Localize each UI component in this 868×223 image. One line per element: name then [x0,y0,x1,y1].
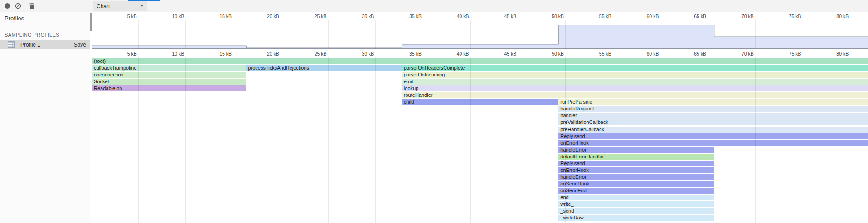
flame-bar[interactable]: handler [558,113,868,119]
flame-bar[interactable]: onErrorHook [558,140,868,146]
block-icon [15,3,21,9]
profile-view-select[interactable]: Chart [93,1,147,11]
axis-tick-label: 35 kB [409,51,422,57]
axis-tick-label: 55 kB [599,51,611,57]
axis-tick-label: 40 kB [457,51,469,57]
flame-bar[interactable]: handleRequest [558,106,868,112]
record-button[interactable] [2,1,13,10]
trash-icon [29,3,35,9]
flame-bar[interactable]: parserOnHeadersComplete [402,65,868,71]
flame-bar[interactable]: handleError [558,174,714,180]
flamechart-ruler: 5 kB10 kB15 kB20 kB25 kB30 kB35 kB40 kB4… [92,49,868,57]
axis-tick-label: 15 kB [219,51,232,57]
flame-bar[interactable]: Reply.send [558,161,714,166]
axis-tick-label: 65 kB [694,14,706,19]
axis-tick-label: 25 kB [315,14,327,19]
axis-tick-label: 35 kB [409,14,422,19]
axis-tick-label: 5 kB [127,14,137,19]
save-link[interactable]: Save [74,42,86,48]
sidebar-item-profile-1[interactable]: Profile 1 Save [0,40,90,49]
accent-indicator [128,0,160,1]
profile-view-select-value: Chart [97,3,110,9]
scrollbar-thumb[interactable] [90,13,92,31]
flame-bar[interactable]: lookup [402,85,868,91]
axis-tick-label: 80 kB [836,14,849,19]
axis-tick-label: 45 kB [504,51,516,57]
flame-bar[interactable]: parserOnIncoming [402,72,868,78]
profile-icon [8,41,15,48]
flame-chart[interactable]: (root)callbackTrampolineprocessTicksAndR… [92,57,868,223]
axis-tick-label: 40 kB [457,14,469,19]
flame-bar[interactable]: emit [402,79,868,85]
axis-tick-label: 75 kB [789,51,801,57]
flame-bar[interactable]: defaultErrorHandler [558,154,714,160]
axis-tick-label: 25 kB [315,51,327,57]
axis-tick-label: 60 kB [647,51,659,57]
overview-area-chart[interactable] [92,20,868,49]
delete-profile-button[interactable] [26,1,37,10]
flame-bar[interactable]: preHandlerCallback [558,127,868,133]
flame-bar[interactable]: callbackTrampoline [92,65,246,71]
profile-name: Profile 1 [20,42,40,48]
flame-bar[interactable]: Socket [92,79,246,85]
axis-tick-label: 30 kB [362,51,374,57]
flame-bar[interactable]: processTicksAndRejections [246,65,402,71]
axis-tick-label: 15 kB [219,14,232,19]
axis-tick-label: 65 kB [694,51,706,57]
flame-bar[interactable]: write_ [558,201,714,207]
flame-bar[interactable]: onErrorHook [558,167,714,173]
chevron-down-icon [140,5,144,7]
axis-tick-label: 75 kB [789,14,801,19]
toolbar: Chart [0,0,868,12]
axis-tick-label: 30 kB [362,14,374,19]
flame-bar[interactable]: routeHandler [402,92,868,98]
toolbar-separator [24,2,24,9]
sidebar-title: Profiles [5,15,24,22]
flame-bar[interactable]: preValidationCallback [558,119,868,125]
toolbar-left-section [0,0,90,12]
flame-bar[interactable]: Reply.send [558,133,868,139]
axis-tick-label: 80 kB [836,51,849,57]
flame-bar[interactable]: end [558,195,714,200]
flame-bar[interactable]: onSendEnd [558,188,714,194]
axis-tick-label: 45 kB [504,14,516,19]
flame-bar[interactable]: Readable.on [92,85,246,91]
flame-bar[interactable]: onconnection [92,72,246,78]
axis-tick-label: 5 kB [127,51,137,57]
flame-bar[interactable]: _send [558,208,714,214]
axis-tick-label: 10 kB [172,51,184,57]
memory-profiler-panel: Chart Profiles SAMPLING PROFILES Profile… [0,0,868,223]
flame-bar[interactable]: (root) [92,58,868,64]
sampling-profiles-section-label: SAMPLING PROFILES [5,32,59,38]
axis-tick-label: 70 kB [742,51,754,57]
axis-tick-label: 60 kB [647,14,659,19]
flame-bar[interactable]: runPreParsing [558,99,868,105]
axis-tick-label: 50 kB [552,51,564,57]
axis-tick-label: 20 kB [267,51,279,57]
axis-tick-label: 70 kB [742,14,754,19]
flame-bar[interactable]: _writeRaw [558,215,714,221]
axis-tick-label: 20 kB [267,14,279,19]
axis-tick-label: 55 kB [599,14,611,19]
clear-button[interactable] [13,1,24,10]
flame-bar[interactable]: handleError [558,147,714,153]
axis-tick-label: 50 kB [552,14,564,19]
flame-bar[interactable]: onSendHook [558,181,714,187]
axis-tick-label: 10 kB [172,14,184,19]
record-icon [5,3,10,9]
overview-ruler: 5 kB10 kB15 kB20 kB25 kB30 kB35 kB40 kB4… [92,12,868,20]
profiles-sidebar: Profiles SAMPLING PROFILES Profile 1 Sav… [0,12,90,223]
flame-bar[interactable]: child [402,99,559,105]
chart-pane: 5 kB10 kB15 kB20 kB25 kB30 kB35 kB40 kB4… [92,12,868,223]
